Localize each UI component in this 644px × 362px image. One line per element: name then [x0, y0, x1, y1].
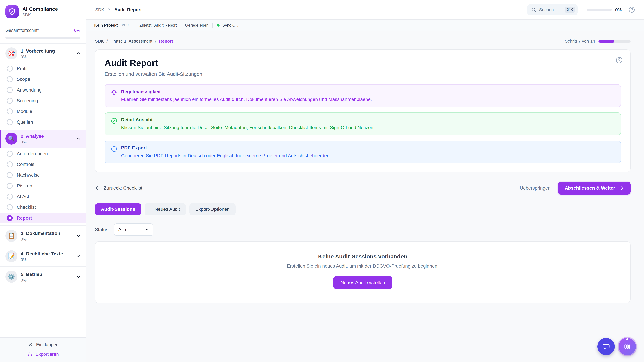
sidebar-item-anforderungen[interactable]: Anforderungen — [0, 148, 86, 159]
sidebar-item-module[interactable]: Module — [0, 106, 86, 117]
sidebar-item-label: Anforderungen — [17, 151, 48, 156]
divider — [135, 23, 135, 28]
sidebar-item-controls[interactable]: Controls — [0, 159, 86, 170]
sidebar-item-report[interactable]: Report — [0, 213, 86, 223]
last-page-label: Zuletzt: — [139, 23, 152, 28]
breadcrumb-root[interactable]: SDK — [95, 7, 104, 12]
arrow-right-icon — [618, 185, 624, 191]
audit-report-card: Audit Report Erstellen und verwalten Sie… — [95, 49, 630, 172]
section-text: 3. Dokumentation0% — [21, 230, 72, 242]
radio-icon — [7, 151, 13, 157]
card-help-button[interactable] — [616, 56, 623, 64]
shield-check-icon — [5, 5, 19, 18]
info-box-detail-ansicht: Detail-AnsichtKlicken Sie auf eine Sitzu… — [105, 112, 621, 135]
crumb-phase[interactable]: Phase 1: Assessment — [110, 38, 152, 44]
section-rechtliche-texte-icon: 📝 — [5, 250, 18, 262]
section-title: 4. Rechtliche Texte — [21, 251, 63, 256]
sidebar-item-profil[interactable]: Profil — [0, 63, 86, 74]
help-button[interactable] — [628, 6, 635, 13]
section-text: 4. Rechtliche Texte0% — [21, 251, 72, 262]
search-placeholder: Suchen... — [539, 7, 562, 12]
header-progress-value: 0% — [615, 7, 622, 12]
chevron-down-icon — [76, 233, 81, 239]
chevron-down-icon — [76, 274, 81, 279]
complete-next-button[interactable]: Abschliessen & Weiter — [558, 182, 630, 195]
section-percent: 0% — [21, 237, 72, 242]
chevrons-left-icon — [27, 342, 33, 348]
sidebar-section-analyse[interactable]: 🔍2. Analyse0% — [0, 130, 86, 148]
sidebar-item-ai-act[interactable]: AI Act — [0, 191, 86, 202]
radio-icon — [7, 119, 13, 125]
page-content: SDK / Phase 1: Assessment / Report Schri… — [86, 31, 644, 362]
empty-state-title: Keine Audit-Sessions vorhanden — [102, 253, 624, 260]
sidebar-section-rechtliche-texte[interactable]: 📝4. Rechtliche Texte0% — [0, 246, 86, 266]
sidebar-item-screening[interactable]: Screening — [0, 95, 86, 106]
collapse-sidebar-button[interactable]: Einklappen — [27, 342, 58, 348]
create-audit-button[interactable]: Neues Audit erstellen — [333, 276, 392, 289]
app-subtitle: SDK — [22, 12, 58, 17]
sidebar-item-label: Module — [17, 109, 32, 114]
upload-icon — [27, 352, 32, 357]
export-button[interactable]: Exportieren — [27, 352, 59, 357]
radio-icon — [7, 87, 13, 93]
sidebar-item-label: Screening — [17, 98, 38, 103]
top-bar: SDK Audit Report Suchen... ⌘K 0% — [86, 0, 644, 20]
sidebar-item-label: Controls — [17, 162, 34, 167]
sidebar-item-quellen[interactable]: Quellen — [0, 117, 86, 128]
sync-status-dot — [217, 24, 220, 27]
tab-export-optionen[interactable]: Export-Optionen — [189, 203, 236, 215]
status-filter-row: Status: Alle — [95, 223, 630, 236]
last-saved-time: Gerade eben — [185, 23, 208, 28]
skip-button[interactable]: Ueberspringen — [520, 185, 550, 191]
radio-selected-icon — [7, 215, 13, 221]
sidebar-section-dokumentation[interactable]: 📋3. Dokumentation0% — [0, 225, 86, 246]
info-box-content: Detail-AnsichtKlicken Sie auf eine Sitzu… — [121, 117, 375, 130]
sidebar-section-vorbereitung[interactable]: 🎯1. Vorbereitung0% — [0, 44, 86, 62]
sidebar-item-label: Nachweise — [17, 172, 40, 178]
sidebar-item-label: Checklist — [17, 205, 36, 210]
search-input[interactable]: Suchen... ⌘K — [527, 4, 578, 15]
chevron-right-icon — [107, 7, 112, 12]
sidebar-item-checklist[interactable]: Checklist — [0, 202, 86, 213]
crumb-separator: / — [155, 38, 156, 44]
crumb-separator: / — [106, 38, 108, 44]
page-title: Audit Report — [105, 58, 621, 68]
tab-neues-audit[interactable]: + Neues Audit — [144, 203, 186, 215]
info-box-content: PDF-ExportGenerieren Sie PDF-Reports in … — [121, 145, 331, 158]
back-button[interactable]: Zurueck: Checklist — [95, 185, 142, 191]
sidebar-item-anwendung[interactable]: Anwendung — [0, 85, 86, 95]
search-icon — [531, 7, 536, 12]
crumb-project[interactable]: SDK — [95, 38, 104, 44]
status-filter-select[interactable]: Alle — [114, 223, 154, 236]
chevron-up-icon — [76, 51, 81, 56]
sync-status-label: Sync OK — [222, 23, 238, 28]
chat-bubble-icon — [602, 342, 610, 351]
section-title: 5. Betrieb — [21, 272, 42, 277]
sidebar-item-risiken[interactable]: Risiken — [0, 180, 86, 191]
info-box-title: Detail-Ansicht — [121, 117, 375, 122]
chat-button[interactable] — [598, 338, 615, 355]
info-boxes: RegelmaessigkeitFuehren Sie mindestens j… — [105, 84, 621, 163]
app-title: AI Compliance — [22, 6, 58, 12]
chevron-down-icon — [76, 254, 81, 259]
sidebar-item-label: Scope — [17, 77, 30, 82]
header-progress: 0% — [587, 7, 622, 12]
section-vorbereitung-icon: 🎯 — [5, 47, 18, 59]
section-analyse-icon: 🔍 — [5, 133, 18, 145]
info-box-regelmaessigkeit: RegelmaessigkeitFuehren Sie mindestens j… — [105, 84, 621, 107]
radio-icon — [7, 98, 13, 104]
sidebar-item-nachweise[interactable]: Nachweise — [0, 170, 86, 180]
question-circle-icon — [616, 56, 623, 64]
panels-button[interactable] — [618, 338, 636, 355]
sidebar-section-betrieb[interactable]: ⚙️5. Betrieb0% — [0, 266, 86, 287]
tab-audit-sessions[interactable]: Audit-Sessions — [95, 203, 141, 215]
section-vorbereitung-items: ProfilScopeAnwendungScreeningModuleQuell… — [0, 62, 86, 130]
radio-icon — [7, 204, 13, 210]
sidebar-item-scope[interactable]: Scope — [0, 74, 86, 85]
overall-progress-bar — [5, 37, 80, 39]
info-circle-icon — [111, 146, 118, 158]
breadcrumb-current: Audit Report — [114, 7, 142, 12]
sidebar-item-label: AI Act — [17, 194, 29, 199]
step-progress-bar — [598, 40, 630, 42]
chevron-down-icon — [145, 227, 150, 232]
